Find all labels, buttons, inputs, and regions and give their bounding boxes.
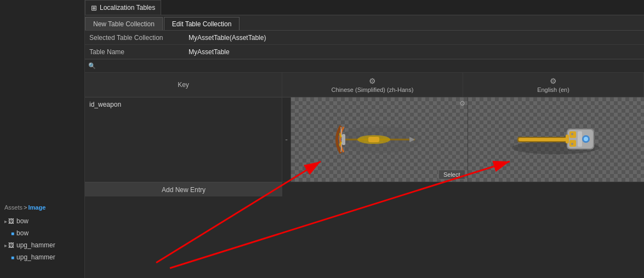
- bow-svg: [330, 120, 429, 159]
- localization-tab-icon: ⊞: [91, 4, 97, 12]
- tree-arrow-hammer: ▸: [4, 242, 7, 248]
- asset-link-icon-1: ⚙: [459, 100, 465, 107]
- tab-new-collection[interactable]: New Table Collection: [85, 17, 163, 30]
- sidebar-tree: ▸ 🖼 bow ■ bow ▸ 🖼 upg_hammer ■ upg_hamme…: [0, 213, 84, 265]
- tabs-row: New Table Collection Edit Table Collecti…: [85, 15, 644, 31]
- svg-rect-6: [368, 137, 379, 142]
- cell-asset-lang1: ⚙ Select: [291, 97, 468, 182]
- lang1-icon: ⚙: [369, 77, 376, 85]
- search-input[interactable]: [98, 62, 208, 70]
- cell-key: id_weapon: [85, 97, 282, 182]
- lang2-icon: ⚙: [550, 77, 557, 85]
- tab-edit-collection[interactable]: Edit Table Collection: [164, 17, 240, 30]
- svg-rect-18: [566, 135, 569, 143]
- fields-area: Selected Table Collection MyAssetTable(A…: [85, 31, 644, 60]
- sidebar-top: [0, 0, 84, 200]
- svg-point-20: [571, 143, 573, 145]
- add-entry-btn[interactable]: Add New Entry: [85, 182, 282, 196]
- cell-asset-lang2: [468, 97, 645, 182]
- col-lang1-header: ⚙ Chinese (Simplified) (zh-Hans): [282, 73, 463, 97]
- sidebar-breadcrumb: Assets > Image: [0, 200, 84, 213]
- svg-point-17: [584, 137, 588, 141]
- tree-arrow-bow: ▸: [4, 218, 7, 224]
- field-row-selected-collection: Selected Table Collection MyAssetTable(A…: [85, 31, 644, 45]
- select-btn-lang1[interactable]: Select: [438, 170, 465, 179]
- cell-minus-btn[interactable]: -: [282, 97, 291, 182]
- file-icon-bow: ■: [11, 230, 14, 236]
- window-tab-bar: ⊞ Localization Tables: [85, 0, 644, 15]
- folder-icon-hammer: 🖼: [8, 242, 14, 248]
- tree-item-bow-file[interactable]: ■ bow: [0, 227, 84, 239]
- search-icon: 🔍: [88, 62, 96, 70]
- table-body-row: id_weapon -: [85, 97, 644, 182]
- svg-rect-7: [342, 134, 345, 145]
- file-icon-hammer: ■: [11, 254, 14, 260]
- window-tab-localization[interactable]: ⊞ Localization Tables: [85, 0, 161, 15]
- tree-item-hammer-folder[interactable]: ▸ 🖼 upg_hammer: [0, 239, 84, 251]
- svg-rect-15: [578, 131, 582, 147]
- svg-point-19: [571, 133, 573, 135]
- add-entry-area: Add New Entry: [85, 182, 644, 196]
- col-lang2-header: ⚙ English (en): [463, 73, 644, 97]
- field-row-table-name: Table Name MyAssetTable: [85, 45, 644, 59]
- sidebar: Assets > Image ▸ 🖼 bow ■ bow ▸ 🖼 upg_ham…: [0, 0, 85, 278]
- hammer-svg: [501, 120, 611, 159]
- svg-rect-10: [518, 138, 571, 141]
- col-key-header: Key: [85, 73, 282, 97]
- tree-item-hammer-file[interactable]: ■ upg_hammer: [0, 251, 84, 263]
- main-panel: ⊞ Localization Tables New Table Collecti…: [85, 0, 644, 278]
- search-bar: 🔍: [85, 60, 644, 73]
- table-area: Key ⚙ Chinese (Simplified) (zh-Hans) ⚙ E…: [85, 73, 644, 182]
- table-header-row: Key ⚙ Chinese (Simplified) (zh-Hans) ⚙ E…: [85, 73, 644, 97]
- tree-item-bow-folder[interactable]: ▸ 🖼 bow: [0, 215, 84, 227]
- folder-icon-bow: 🖼: [8, 218, 14, 224]
